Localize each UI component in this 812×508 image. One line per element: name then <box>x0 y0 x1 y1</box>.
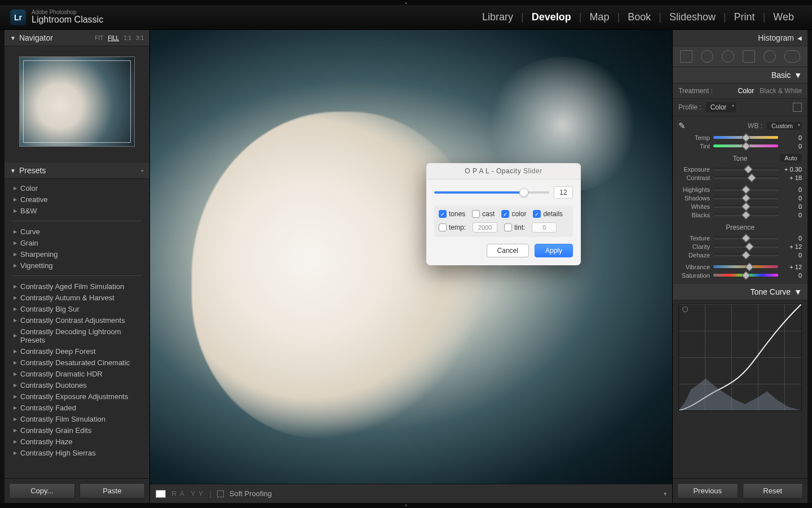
contrast-slider[interactable] <box>713 176 778 179</box>
preset-folder[interactable]: ▶Contrastly Faded <box>10 402 144 413</box>
basic-header[interactable]: Basic▼ <box>673 67 807 84</box>
slider-value[interactable]: 0 <box>782 143 802 150</box>
blacks-slider[interactable] <box>713 213 778 216</box>
treatment-bw[interactable]: Black & White <box>760 87 802 95</box>
slider-value[interactable]: 0 <box>782 186 802 193</box>
cancel-button[interactable]: Cancel <box>487 244 529 257</box>
temp-slider[interactable] <box>713 136 778 139</box>
clarity-slider[interactable] <box>713 245 778 248</box>
checkbox-details[interactable]: ✓details <box>533 210 563 218</box>
profile-browser-icon[interactable] <box>793 103 802 112</box>
radial-tool-icon[interactable] <box>764 50 776 63</box>
checkbox-temp[interactable]: temp: <box>439 224 466 231</box>
image-canvas[interactable]: O P A L - Opacity Slider 12 ✓tones cast <box>150 30 672 484</box>
preset-folder[interactable]: ▶Contrastly Grain Edits <box>10 424 144 436</box>
tone-curve-header[interactable]: Tone Curve▼ <box>673 284 807 300</box>
preset-folder[interactable]: ▶Contrastly Duotones <box>10 379 144 391</box>
preset-folder[interactable]: ▶Creative <box>10 194 144 205</box>
texture-slider[interactable] <box>713 237 778 239</box>
checkbox-cast[interactable]: cast <box>472 210 495 218</box>
copy-button[interactable]: Copy... <box>9 483 75 498</box>
preset-folder[interactable]: ▶B&W <box>10 205 144 216</box>
preset-folder[interactable]: ▶Contrastly Aged Film Simulation <box>10 281 144 292</box>
slider-value[interactable]: 0 <box>782 235 802 242</box>
auto-button[interactable]: Auto <box>780 154 802 162</box>
histogram-header[interactable]: Histogram ◀ <box>673 30 807 46</box>
navigator-thumbnail[interactable] <box>5 46 149 163</box>
exposure-slider[interactable] <box>713 168 778 170</box>
slider-value[interactable]: + 18 <box>782 174 802 181</box>
zoom-3-1[interactable]: 3:1 <box>136 35 144 41</box>
preset-folder[interactable]: ▶Color <box>10 182 144 194</box>
redeye-tool-icon[interactable] <box>722 50 734 63</box>
tab-develop[interactable]: Develop <box>524 11 579 23</box>
slider-value[interactable]: 0 <box>782 212 802 218</box>
apply-button[interactable]: Apply <box>535 244 573 257</box>
preset-folder[interactable]: ▶Contrastly Desaturated Cinematic <box>10 357 144 368</box>
preset-folder[interactable]: ▶Contrastly Decoding Lightroom Presets <box>10 326 144 345</box>
vibrance-slider[interactable] <box>713 265 778 268</box>
tone-curve-graph[interactable] <box>678 304 802 411</box>
tint-slider[interactable] <box>713 144 778 147</box>
preset-folder[interactable]: ▶Grain <box>10 237 144 248</box>
slider-value[interactable]: 0 <box>782 195 802 202</box>
slider-knob-icon[interactable] <box>519 188 528 197</box>
preset-folder[interactable]: ▶Contrastly Haze <box>10 436 144 447</box>
slider-value[interactable]: 0 <box>782 252 802 259</box>
zoom-fill[interactable]: FILL <box>108 35 119 41</box>
preset-folder[interactable]: ▶Curve <box>10 226 144 237</box>
tab-slideshow[interactable]: Slideshow <box>661 11 723 23</box>
soft-proof-checkbox[interactable] <box>217 491 224 497</box>
preset-folder[interactable]: ▶Contrastly Big Sur <box>10 303 144 314</box>
opacity-slider[interactable] <box>434 191 549 194</box>
reset-button[interactable]: Reset <box>743 483 804 498</box>
dehaze-slider[interactable] <box>713 253 778 256</box>
slider-value[interactable]: 0 <box>782 272 802 279</box>
slider-value[interactable]: + 12 <box>782 243 802 250</box>
tint-field[interactable]: 0 <box>532 222 557 233</box>
loupe-view-icon[interactable] <box>156 490 166 498</box>
preset-folder[interactable]: ▶Contrastly Contrast Adjustments <box>10 314 144 326</box>
toolbar-menu-icon[interactable]: ▾ <box>664 491 667 497</box>
slider-value[interactable]: + 12 <box>782 264 802 270</box>
tab-book[interactable]: Book <box>620 11 659 23</box>
paste-button[interactable]: Paste <box>80 483 145 498</box>
presets-header[interactable]: ▼ Presets + <box>5 163 149 179</box>
collapse-top-icon[interactable]: ▴ <box>0 0 812 5</box>
add-preset-icon[interactable]: + <box>140 168 144 174</box>
slider-value[interactable]: + 0.30 <box>782 166 802 173</box>
preset-folder[interactable]: ▶Contrastly Autumn & Harvest <box>10 292 144 303</box>
preset-folder[interactable]: ▶Contrastly Film Simulation <box>10 413 144 424</box>
crop-tool-icon[interactable] <box>680 50 692 63</box>
zoom-1-1[interactable]: 1:1 <box>123 35 131 41</box>
preset-folder[interactable]: ▶Contrastly Exposure Adjustments <box>10 391 144 402</box>
preset-folder[interactable]: ▶Sharpening <box>10 248 144 260</box>
preset-folder[interactable]: ▶Vignetting <box>10 260 144 271</box>
temp-field[interactable]: 2000 <box>473 222 497 233</box>
spot-removal-icon[interactable] <box>701 50 713 63</box>
before-after-yy[interactable]: Y Y <box>191 489 204 498</box>
zoom-fit[interactable]: FIT <box>95 35 103 41</box>
opacity-value-input[interactable]: 12 <box>554 186 573 199</box>
brush-tool-icon[interactable] <box>784 50 800 63</box>
gradient-tool-icon[interactable] <box>743 50 755 63</box>
tab-library[interactable]: Library <box>474 11 521 23</box>
tab-print[interactable]: Print <box>726 11 763 23</box>
checkbox-color[interactable]: ✓color <box>501 210 526 218</box>
whites-slider[interactable] <box>713 205 778 208</box>
navigator-header[interactable]: ▼ Navigator FIT FILL 1:1 3:1 <box>5 30 149 46</box>
tab-map[interactable]: Map <box>581 11 617 23</box>
wb-eyedropper-icon[interactable]: ✎ <box>678 121 690 131</box>
checkbox-tint[interactable]: tint: <box>504 224 525 231</box>
preset-folder[interactable]: ▶Contrastly Deep Forest <box>10 345 144 357</box>
before-after-ra[interactable]: R A <box>171 489 185 498</box>
highlights-slider[interactable] <box>713 188 778 191</box>
preset-folder[interactable]: ▶Contrastly Dramatic HDR <box>10 368 144 379</box>
saturation-slider[interactable] <box>713 274 778 277</box>
collapse-bottom-icon[interactable]: ▾ <box>0 503 812 508</box>
previous-button[interactable]: Previous <box>677 483 738 498</box>
checkbox-tones[interactable]: ✓tones <box>439 210 465 218</box>
shadows-slider[interactable] <box>713 196 778 199</box>
tab-web[interactable]: Web <box>765 11 802 23</box>
slider-value[interactable]: 0 <box>782 203 802 210</box>
